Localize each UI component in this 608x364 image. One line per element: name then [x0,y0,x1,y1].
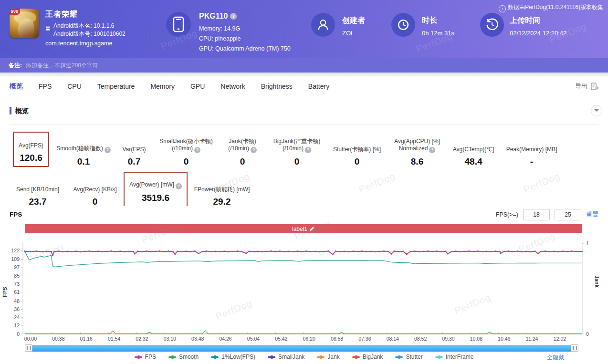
duration-label: 时长 [422,16,437,26]
legend-item-interframe[interactable]: InterFrame [435,354,474,360]
svg-text:03:10: 03:10 [164,336,176,342]
help-icon[interactable]: ? [105,147,111,153]
android-icon [45,23,51,34]
metric-smooth: Smooth(稳帧指数)?0.1 [55,138,112,167]
tab-gpu[interactable]: GPU [190,83,205,90]
tab-bar: 概览FPSCPUTemperatureMemoryGPUNetworkBrigh… [0,73,608,101]
chart-legend: FPSSmooth1%Low(FPS)SmallJankJankBigJankS… [0,354,608,360]
hide-all-link[interactable]: 全隐藏 [547,354,564,362]
export-icon [590,82,599,91]
android-version-name: Android版本名: 10.1.1.6 [53,22,114,30]
tab-memory[interactable]: Memory [150,83,175,90]
fps-threshold-input-high[interactable] [555,209,581,220]
fps-chart[interactable]: 012243648617385971091220100:0000:3801:16… [0,234,608,344]
creator-circle [311,13,335,37]
series-1-low-fps- [25,251,582,267]
help-icon[interactable]: ? [176,183,182,189]
svg-text:00:00: 00:00 [24,336,37,342]
fps-threshold-input-low[interactable] [523,209,550,220]
fps-section-title: FPS [10,211,22,218]
metric-bigjank: BigJank(严重卡顿)(/10min)?0 [269,138,325,167]
metric-avg-power: Avg(Power) [mW]?3519.6 [122,172,189,207]
export-label: 导出 [575,82,587,91]
tab-battery[interactable]: Battery [308,83,329,90]
metric-smalljank: SmallJank(微小卡顿)(/10min)?0 [156,138,216,167]
svg-text:03:48: 03:48 [191,336,204,342]
duration-circle [391,13,415,37]
creator-label: 创建者 [342,16,365,26]
collapse-overview-button[interactable] [591,105,602,116]
game-icon-5v5-badge: 5v5 [10,9,20,15]
svg-text:07:36: 07:36 [358,336,371,342]
note-input[interactable] [25,62,313,69]
metric-send: Send [KB/10min]23.7 [7,178,68,207]
svg-text:08:52: 08:52 [414,336,427,342]
metric-bigjank-value: 0 [269,156,325,167]
tab-cpu[interactable]: CPU [67,83,82,90]
svg-text:05:04: 05:04 [247,336,260,342]
svg-text:0: 0 [17,331,20,337]
metric-avg-fps-value: 120.6 [19,153,43,163]
tab-brightness[interactable]: Brightness [261,83,293,90]
upload-circle [480,13,504,37]
svg-text:08:14: 08:14 [387,336,399,342]
range-handle-left[interactable] [25,344,32,352]
svg-text:06:58: 06:58 [331,336,343,342]
user-icon [316,18,330,32]
note-bar: 备注: [0,58,608,73]
device-info-icon[interactable]: i [230,13,237,20]
legend-marker [211,356,219,358]
metric-avg-recv: Avg(Recv) [KB/s]0 [68,178,122,207]
metric-avg-power-value: 3519.6 [129,193,182,203]
legend-item-stutter[interactable]: Stutter [395,354,422,360]
tab-fps[interactable]: FPS [39,83,52,90]
export-button[interactable]: 导出 [575,73,599,100]
legend-marker [168,356,176,358]
reset-button[interactable]: 重置 [586,210,598,219]
upload-label: 上传时间 [510,16,540,26]
metric-avg-recv-value: 0 [68,197,122,207]
metric-avg-appcpu-value: 8.6 [389,156,445,167]
legend-marker [268,356,275,358]
chart-label: label1 [292,226,307,232]
chart-label-bar[interactable]: label1 [25,224,582,233]
help-icon[interactable]: ? [194,147,200,153]
legend-item-fps[interactable]: FPS [135,354,156,360]
collect-version-info: i数据由PerfDog(11.0.241116)版本收集 [499,3,603,12]
tab-network[interactable]: Network [220,83,245,90]
svg-text:10:46: 10:46 [498,336,510,342]
device-gpu: GPU: Qualcomm Adreno (TM) 750 [199,45,291,52]
chevron-down-icon [594,109,599,112]
tab-overview[interactable]: 概览 [10,82,23,91]
range-handle-right[interactable] [571,344,578,352]
svg-text:61: 61 [14,289,20,295]
help-icon[interactable]: ? [305,147,311,153]
fps-threshold-label: FPS(>=) [496,211,518,218]
clock-icon [396,17,411,32]
svg-text:85: 85 [14,273,20,279]
svg-text:24: 24 [14,314,20,320]
svg-text:01:16: 01:16 [80,336,93,342]
device-memory: Memory: 14.9G [199,25,240,32]
chart-range-scrollbar[interactable] [25,345,578,352]
help-icon[interactable]: ? [251,147,257,153]
header-divider [151,13,151,44]
creator-value: ZOL [342,30,354,37]
legend-item-jank[interactable]: Jank [317,354,339,360]
svg-text:48: 48 [14,298,20,304]
svg-text:05:42: 05:42 [275,336,287,342]
metric-avg-fps: Avg(FPS)120.6 [7,132,55,167]
legend-item-1-low-fps-[interactable]: 1%Low(FPS) [211,354,255,360]
metric-fpower-value: 29.2 [189,197,254,207]
legend-marker [435,356,443,358]
legend-item-bigjank[interactable]: BigJank [352,354,383,360]
svg-text:97: 97 [14,264,20,270]
divider [10,124,598,125]
metric-send-value: 23.7 [7,197,68,207]
legend-item-smalljank[interactable]: SmallJank [268,354,304,360]
legend-item-smooth[interactable]: Smooth [168,354,199,360]
metric-var-fps: Var(FPS)0.7 [112,138,156,167]
help-icon[interactable]: ? [429,147,435,153]
overview-section: 概览 Avg(FPS)120.6Smooth(稳帧指数)?0.1Var(FPS)… [0,100,608,206]
tab-temperature[interactable]: Temperature [97,83,135,90]
